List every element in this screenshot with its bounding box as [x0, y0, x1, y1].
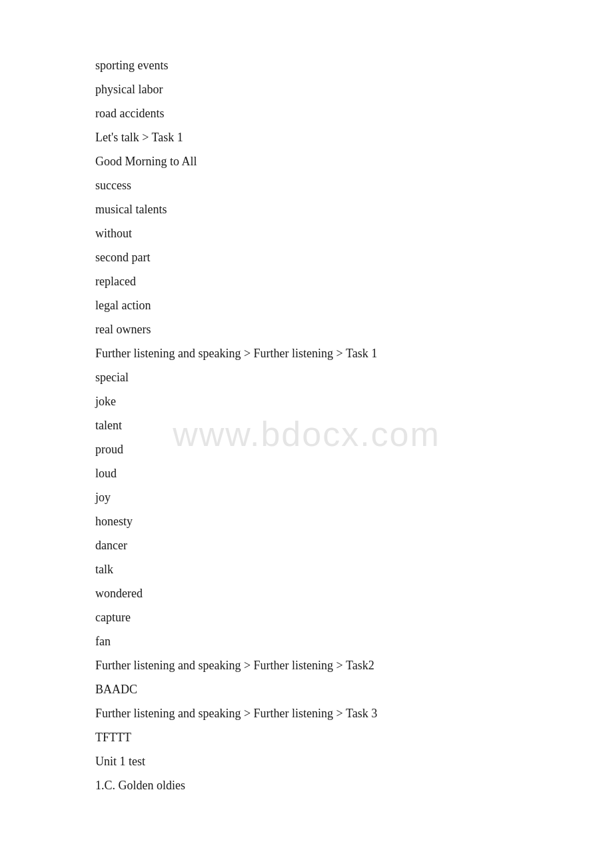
- list-item: proud: [95, 437, 613, 461]
- items-list: sporting eventsphysical laborroad accide…: [95, 53, 613, 797]
- list-item: capture: [95, 605, 613, 629]
- list-item: second part: [95, 245, 613, 269]
- list-item: BAADC: [95, 677, 613, 701]
- list-item: dancer: [95, 533, 613, 557]
- list-item: talent: [95, 413, 613, 437]
- list-item: TFTTT: [95, 725, 613, 749]
- list-item: sporting events: [95, 53, 613, 77]
- list-item: loud: [95, 461, 613, 485]
- list-item: real owners: [95, 317, 613, 341]
- list-item: Further listening and speaking > Further…: [95, 653, 613, 677]
- list-item: wondered: [95, 581, 613, 605]
- main-content: sporting eventsphysical laborroad accide…: [0, 0, 613, 837]
- list-item: legal action: [95, 293, 613, 317]
- list-item: Let's talk > Task 1: [95, 125, 613, 149]
- list-item: success: [95, 173, 613, 197]
- list-item: honesty: [95, 509, 613, 533]
- list-item: Good Morning to All: [95, 149, 613, 173]
- list-item: Unit 1 test: [95, 749, 613, 773]
- list-item: joke: [95, 389, 613, 413]
- list-item: talk: [95, 557, 613, 581]
- list-item: Further listening and speaking > Further…: [95, 701, 613, 725]
- list-item: Further listening and speaking > Further…: [95, 341, 613, 365]
- list-item: 1.C. Golden oldies: [95, 773, 613, 797]
- list-item: special: [95, 365, 613, 389]
- list-item: road accidents: [95, 101, 613, 125]
- list-item: musical talents: [95, 197, 613, 221]
- list-item: fan: [95, 629, 613, 653]
- list-item: joy: [95, 485, 613, 509]
- list-item: replaced: [95, 269, 613, 293]
- list-item: physical labor: [95, 77, 613, 101]
- list-item: without: [95, 221, 613, 245]
